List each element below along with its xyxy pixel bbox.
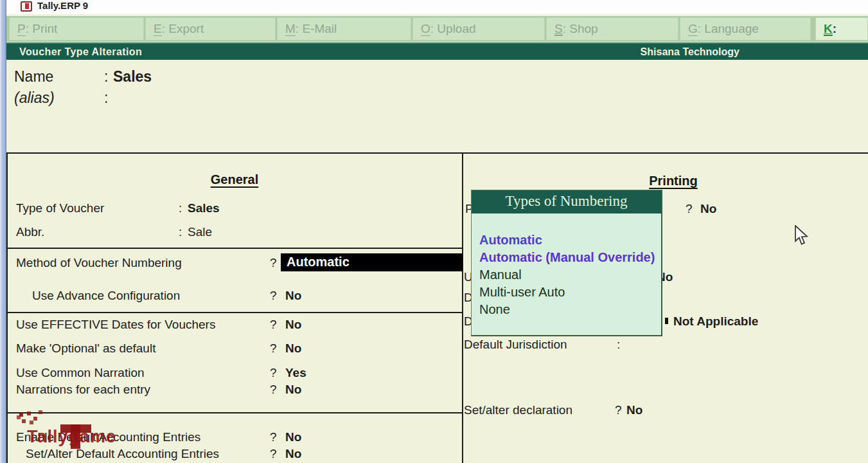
screen-header-bar: Voucher Type Alteration Shisana Technolo… (6, 42, 868, 60)
narrations-each-entry-field[interactable]: No (285, 383, 301, 397)
advance-configuration-field[interactable]: No (285, 289, 301, 303)
language-button[interactable]: G: Language (680, 17, 811, 41)
option-none[interactable]: None (479, 301, 661, 318)
option-manual[interactable]: Manual (479, 266, 661, 284)
separator-line (6, 312, 463, 313)
optional-default-field[interactable]: No (285, 341, 301, 356)
tally-app-icon (21, 1, 32, 12)
keyboard-button[interactable]: K: Keyb (815, 17, 868, 41)
button-toolbar: P: Print E: Export M: E-Mail O: Upload S… (6, 16, 868, 42)
option-automatic[interactable]: Automatic (479, 232, 661, 249)
effective-dates-row: Use EFFECTIVE Dates for Vouchers ? No (0, 318, 456, 333)
mouse-cursor (794, 225, 811, 250)
types-of-numbering-popup: Types of Numbering Automatic Automatic (… (471, 190, 662, 336)
email-button[interactable]: M: E-Mail (277, 17, 411, 41)
general-section-title: General (6, 172, 463, 187)
common-narration-row: Use Common Narration ? Yes (0, 366, 456, 381)
panel-divider (462, 152, 463, 463)
common-narration-field[interactable]: Yes (285, 366, 306, 380)
option-automatic-manual-override[interactable]: Automatic (Manual Override) (479, 249, 661, 266)
print-button[interactable]: P: Print (9, 17, 144, 41)
panel-top-border (6, 152, 868, 154)
printing-section-title: Printing (463, 174, 868, 188)
separator-line (6, 412, 463, 413)
advance-configuration-row: Use Advance Configuration ? No (0, 289, 456, 304)
shop-button[interactable]: S: Shop (546, 17, 678, 41)
type-of-voucher-field[interactable]: Sales (188, 201, 220, 215)
alias-label: (alias) (14, 89, 55, 107)
clipped-colon-mark (665, 318, 668, 324)
window-title: Tally.ERP 9 (37, 0, 88, 11)
name-label: Name (14, 68, 53, 86)
default-jurisdiction-label: Default Jurisdiction (464, 338, 567, 352)
export-button[interactable]: E: Export (145, 17, 276, 41)
watermark-text: Tallygame (27, 427, 116, 447)
abbr-field[interactable]: Sale (188, 225, 212, 239)
screen-title: Voucher Type Alteration (19, 46, 142, 58)
panel-left-border (6, 152, 8, 463)
optional-default-row: Make 'Optional' as default ? No (0, 341, 456, 357)
narrations-each-entry-row: Narrations for each entry ? No (0, 383, 456, 398)
abbr-row: Abbr. : Sale (0, 225, 456, 241)
separator-line (6, 248, 463, 249)
numbering-method-field-selected[interactable]: Automatic (281, 253, 463, 271)
effective-dates-field[interactable]: No (285, 318, 301, 332)
watermark-pixel-dots (19, 413, 23, 417)
type-of-voucher-row: Type of Voucher : Sales (0, 201, 456, 217)
popup-title: Types of Numbering (472, 190, 661, 213)
set-alter-accounting-entries-row: Set/Alter Default Accounting Entries ? N… (0, 447, 456, 462)
window-titlebar: Tally.ERP 9 (6, 0, 868, 14)
set-alter-declaration-label: Set/alter declaration (464, 403, 572, 417)
name-field[interactable]: Sales (113, 68, 152, 86)
upload-button[interactable]: O: Upload (412, 17, 545, 41)
default-accounting-entries-field[interactable]: No (285, 430, 301, 444)
set-alter-declaration-field[interactable]: No (626, 403, 642, 417)
window-left-border (0, 0, 6, 463)
print-after-saving-field[interactable]: No (700, 202, 716, 216)
default-bank-field[interactable]: Not Applicable (673, 314, 758, 329)
company-name: Shisana Technology (641, 46, 740, 58)
set-alter-accounting-entries-field[interactable]: No (285, 447, 301, 461)
option-multi-user-auto[interactable]: Multi-user Auto (479, 284, 661, 301)
tally-window: Tally.ERP 9 P: Print E: Export M: E-Mail… (0, 0, 868, 463)
numbering-options-list: Automatic Automatic (Manual Override) Ma… (472, 213, 661, 318)
